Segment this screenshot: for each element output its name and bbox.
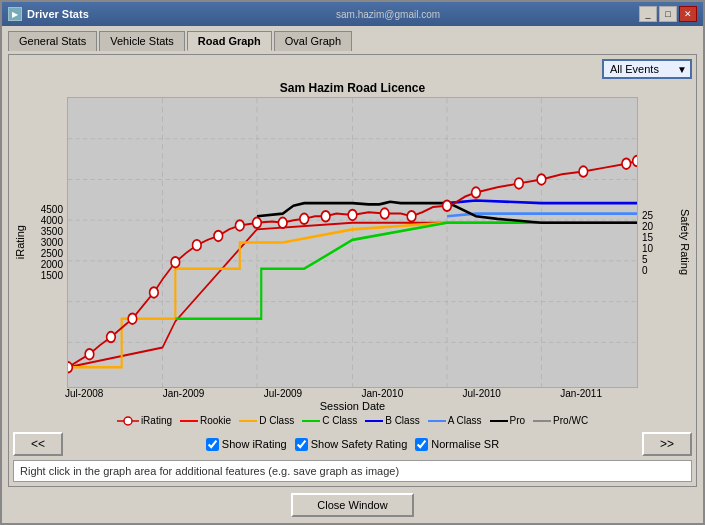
svg-point-20	[235, 220, 244, 231]
y-tick: 15	[642, 232, 653, 243]
svg-point-25	[348, 210, 357, 221]
y-tick: 2000	[41, 259, 63, 270]
title-extra: sam.hazim@gmail.com	[336, 9, 639, 20]
y-left-label: iRating	[13, 225, 27, 259]
maximize-button[interactable]: □	[659, 6, 677, 22]
close-window-button[interactable]: Close Window	[291, 493, 413, 517]
app-icon: ▶	[8, 7, 22, 21]
svg-point-36	[124, 417, 132, 425]
main-window: ▶ Driver Stats sam.hazim@gmail.com _ □ ✕…	[0, 0, 705, 525]
legend-label: A Class	[448, 415, 482, 426]
svg-point-33	[622, 158, 631, 169]
chart-wrapper: iRating 4500 4000 3500 3000 2500 2000 15…	[13, 97, 692, 388]
tab-oval-graph[interactable]: Oval Graph	[274, 31, 352, 51]
svg-point-30	[515, 178, 524, 189]
dropdown-arrow-icon: ▼	[677, 64, 687, 75]
normalise-sr-checkbox[interactable]: Normalise SR	[415, 438, 499, 451]
tab-vehicle-stats[interactable]: Vehicle Stats	[99, 31, 185, 51]
top-row: All Events ▼	[13, 59, 692, 79]
show-safety-label: Show Safety Rating	[311, 438, 408, 450]
y-tick: 2500	[41, 248, 63, 259]
prev-button[interactable]: <<	[13, 432, 63, 456]
svg-point-13	[85, 349, 94, 360]
hint-text: Right click in the graph area for additi…	[20, 465, 399, 477]
legend-pro: Pro	[490, 415, 526, 426]
legend-prowc: Pro/WC	[533, 415, 588, 426]
y-tick: 4000	[41, 215, 63, 226]
y-left-ticks: 4500 4000 3500 3000 2500 2000 1500	[29, 204, 67, 281]
legend-label: Rookie	[200, 415, 231, 426]
y-tick: 20	[642, 221, 653, 232]
normalise-checkbox-input[interactable]	[415, 438, 428, 451]
legend-label: B Class	[385, 415, 419, 426]
tab-content: All Events ▼ Sam Hazim Road Licence iRat…	[8, 54, 697, 487]
legend-label: Pro	[510, 415, 526, 426]
legend-label: D Class	[259, 415, 294, 426]
y-tick: 0	[642, 265, 648, 276]
legend-label: iRating	[141, 415, 172, 426]
svg-point-22	[278, 218, 287, 229]
tab-road-graph[interactable]: Road Graph	[187, 31, 272, 51]
window-controls: _ □ ✕	[639, 6, 697, 22]
x-axis-labels: Jul-2008 Jan-2009 Jul-2009 Jan-2010 Jul-…	[65, 388, 602, 399]
legend: iRating Rookie D Class C Class B Class	[13, 415, 692, 426]
svg-point-16	[150, 287, 159, 298]
close-btn-area: Close Window	[8, 493, 697, 517]
legend-c-class: C Class	[302, 415, 357, 426]
legend-irating: iRating	[117, 415, 172, 426]
svg-point-12	[67, 362, 72, 373]
y-tick: 25	[642, 210, 653, 221]
svg-point-32	[579, 166, 588, 177]
y-tick: 3000	[41, 237, 63, 248]
bottom-controls: << Show iRating Show Safety Rating Norma…	[13, 432, 692, 456]
legend-rookie: Rookie	[180, 415, 231, 426]
legend-d-class: D Class	[239, 415, 294, 426]
events-dropdown[interactable]: All Events ▼	[602, 59, 692, 79]
dropdown-selected: All Events	[610, 63, 659, 75]
show-irating-checkbox[interactable]: Show iRating	[206, 438, 287, 451]
x-axis-title: Session Date	[13, 400, 692, 412]
x-label: Jan-2011	[560, 388, 602, 399]
content-area: General Stats Vehicle Stats Road Graph O…	[2, 26, 703, 523]
svg-point-18	[193, 240, 202, 251]
tab-bar: General Stats Vehicle Stats Road Graph O…	[8, 30, 697, 50]
y-right-ticks: 25 20 15 10 5 0	[638, 210, 676, 276]
y-tick: 1500	[41, 270, 63, 281]
svg-point-29	[472, 187, 481, 198]
x-label: Jul-2008	[65, 388, 103, 399]
y-tick: 4500	[41, 204, 63, 215]
show-safety-checkbox[interactable]: Show Safety Rating	[295, 438, 408, 451]
svg-point-26	[380, 208, 389, 219]
minimize-button[interactable]: _	[639, 6, 657, 22]
checkboxes-area: Show iRating Show Safety Rating Normalis…	[206, 438, 499, 451]
legend-label: Pro/WC	[553, 415, 588, 426]
y-tick: 5	[642, 254, 648, 265]
legend-label: C Class	[322, 415, 357, 426]
title-bar: ▶ Driver Stats sam.hazim@gmail.com _ □ ✕	[2, 2, 703, 26]
svg-rect-0	[68, 98, 637, 387]
svg-point-28	[443, 200, 452, 211]
svg-point-23	[300, 214, 309, 225]
svg-point-27	[407, 211, 416, 222]
x-label: Jan-2009	[163, 388, 205, 399]
y-tick: 10	[642, 243, 653, 254]
svg-point-21	[253, 218, 262, 229]
svg-point-24	[321, 211, 330, 222]
hint-bar: Right click in the graph area for additi…	[13, 460, 692, 482]
irating-checkbox-input[interactable]	[206, 438, 219, 451]
normalise-sr-label: Normalise SR	[431, 438, 499, 450]
close-button[interactable]: ✕	[679, 6, 697, 22]
y-tick: 3500	[41, 226, 63, 237]
x-label: Jul-2009	[264, 388, 302, 399]
chart-title: Sam Hazim Road Licence	[13, 81, 692, 95]
show-irating-label: Show iRating	[222, 438, 287, 450]
legend-a-class: A Class	[428, 415, 482, 426]
svg-point-14	[107, 332, 116, 343]
next-button[interactable]: >>	[642, 432, 692, 456]
tab-general-stats[interactable]: General Stats	[8, 31, 97, 51]
svg-point-31	[537, 174, 546, 185]
safety-checkbox-input[interactable]	[295, 438, 308, 451]
chart-svg[interactable]	[67, 97, 638, 388]
y-left-axis: iRating 4500 4000 3500 3000 2500 2000 15…	[13, 97, 67, 388]
y-right-axis: 25 20 15 10 5 0 Safety Rating	[638, 97, 692, 388]
